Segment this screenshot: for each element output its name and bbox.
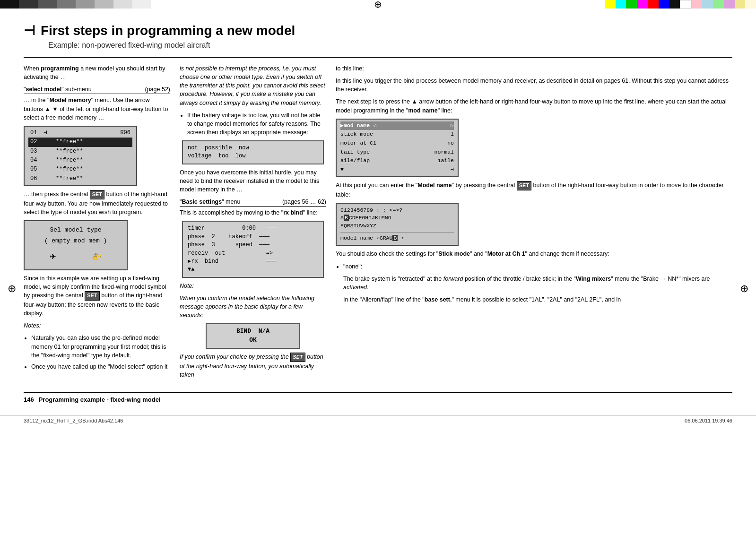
note-item-1: Naturally you can also use the pre-defin… xyxy=(31,334,170,359)
voltage-screen: not possible now voltage too low xyxy=(182,140,324,164)
cbr11 xyxy=(713,0,724,9)
cbr10 xyxy=(702,0,713,9)
crosshair-right: ⊕ xyxy=(740,283,748,295)
col1-fixed-wing-text: Since in this example we are setting up … xyxy=(24,274,170,318)
col2-continued: is not possible to interrupt the process… xyxy=(180,64,326,107)
color-bars-left xyxy=(0,0,151,9)
col2-rx-bind-text: This is accomplished by moving to the "r… xyxy=(180,208,326,217)
footer-page-num: 146 xyxy=(24,396,34,403)
sel-model-icons: ✈ 🚁 xyxy=(32,250,119,265)
mem-row-1: 01⊣R06 xyxy=(28,129,132,138)
helicopter-icon: 🚁 xyxy=(91,250,102,265)
note-item-2: Once you have called up the "Model selec… xyxy=(31,362,170,371)
char-sep xyxy=(340,232,454,233)
header-icon: ⊣ xyxy=(24,23,35,38)
set-badge-1: SET xyxy=(90,190,104,199)
col3-next-step: The next step is to press the ▲ arrow bu… xyxy=(336,97,732,114)
col3-bullet-list: "none": The brake system is "retracted" … xyxy=(336,262,732,304)
cbr8 xyxy=(680,0,692,9)
cbr5 xyxy=(648,0,659,9)
mod-name-row-3: motor at C1no xyxy=(340,139,454,148)
cb1 xyxy=(0,0,19,9)
page-subtitle: Example: non-powered fixed-wing model ai… xyxy=(24,41,732,50)
bind-screen: BIND N/A OK xyxy=(206,323,300,349)
column-3: to this line: In this line you trigger t… xyxy=(336,64,732,383)
col2-bullet-list: If the battery voltage is too low, you w… xyxy=(180,111,326,137)
cb5 xyxy=(76,0,95,9)
col2-voltage-item: If the battery voltage is too low, you w… xyxy=(187,111,326,137)
basic-settings-page: (pages 56 … 62) xyxy=(282,198,326,206)
column-1: When programming a new model you should … xyxy=(24,64,170,383)
col3-aileron-text: In the "Aileron/flap" line of the "base … xyxy=(343,295,732,304)
mod-name-row-5: aile/flap1aile xyxy=(340,156,454,165)
cb3 xyxy=(38,0,57,9)
cbr12 xyxy=(724,0,735,9)
set-badge-3: SET xyxy=(290,353,305,362)
col3-brake-text: The brake system is "retracted" at the f… xyxy=(343,275,732,292)
basic-settings-row: "Basic settings" menu (pages 56 … 62) xyxy=(180,198,326,207)
mem-row-6: 06**free** xyxy=(28,174,132,183)
cbr1 xyxy=(605,0,616,9)
char-table-screen: 0123456789 : ; <=>? ABCDEFGHIJKLMNO PQRS… xyxy=(336,203,459,246)
mod-name-row-4: tail typenormal xyxy=(340,148,454,157)
sel-model-line2: ( empty mod mem ) xyxy=(32,237,119,246)
mem-row-2: 02**free** xyxy=(28,138,132,147)
col1-press-set-text: … then press the central SET button of t… xyxy=(24,190,170,216)
char-row-2: ABCDEFGHIJKLMNO xyxy=(340,214,454,222)
col1-intro: When programming a new model you should … xyxy=(24,64,170,81)
notes-heading: Notes: xyxy=(24,322,41,329)
col2-overcome-text: Once you have overcome this initial hurd… xyxy=(180,168,326,194)
mem-row-5: 05**free** xyxy=(28,165,132,174)
model-memory-screen: 01⊣R06 02**free** 03**free** 04**free** … xyxy=(24,126,137,186)
cb6 xyxy=(95,0,113,9)
crosshair-top: ⊕ xyxy=(151,0,605,9)
cbr6 xyxy=(659,0,669,9)
page-title: First steps in programming a new model xyxy=(41,23,295,38)
page-footer: 146 Programming example - fixed-wing mod… xyxy=(24,392,732,406)
mod-name-row-1: ▶mod name ◁▷ xyxy=(340,121,454,130)
airplane-icon: ✈ xyxy=(50,250,56,265)
crosshair-left: ⊕ xyxy=(8,283,16,295)
color-bars-right xyxy=(605,0,756,9)
notes-list: Naturally you can also use the pre-defin… xyxy=(24,334,170,371)
rx-bind-screen: timer 0:00 ——— phase 2 takeoff ——— phase… xyxy=(182,221,324,277)
char-row-1: 0123456789 : ; <=>? xyxy=(340,207,454,215)
mod-name-row-2: stick mode1 xyxy=(340,130,454,139)
basic-settings-label: "Basic settings" menu xyxy=(180,198,240,206)
col3-none-item: "none": The brake system is "retracted" … xyxy=(343,262,732,304)
cbr3 xyxy=(626,0,637,9)
cb8 xyxy=(132,0,151,9)
set-badge-4: SET xyxy=(517,181,531,190)
cbr9 xyxy=(692,0,703,9)
top-color-bars: ⊕ xyxy=(0,0,756,9)
bottom-bar-left: 33112_mx12_HoTT_2_GB.indd Abs42:146 xyxy=(24,418,123,423)
char-row-model-name: model name ‹GRAUB › xyxy=(340,234,454,242)
mem-row-4: 04**free** xyxy=(28,156,132,165)
cb4 xyxy=(57,0,76,9)
col3-bind-process: In this line you trigger the bind proces… xyxy=(336,77,732,94)
cbr4 xyxy=(637,0,648,9)
column-2: is not possible to interrupt the process… xyxy=(180,64,326,383)
cb2 xyxy=(19,0,38,9)
col3-to-this-line: to this line: xyxy=(336,64,732,73)
footer-text: Programming example - fixed-wing model xyxy=(39,396,161,403)
sel-model-box: Sel model type ( empty mod mem ) ✈ 🚁 xyxy=(24,220,128,270)
set-badge-2: SET xyxy=(85,291,99,301)
bottom-bar: 33112_mx12_HoTT_2_GB.indd Abs42:146 06.0… xyxy=(0,415,756,425)
select-model-label: "select model" sub-menu xyxy=(24,85,92,94)
content-columns: When programming a new model you should … xyxy=(24,57,732,383)
sel-model-line1: Sel model type xyxy=(32,226,119,235)
page-header: ⊣ First steps in programming a new model xyxy=(24,23,732,38)
select-model-page: (page 52) xyxy=(145,85,170,94)
col1-model-memory-text: … in the "Model memory" menu. Use the ar… xyxy=(24,96,170,121)
mem-row-3: 03**free** xyxy=(28,147,132,156)
cbr13 xyxy=(735,0,746,9)
cbr7 xyxy=(669,0,680,9)
char-row-3: PQRSTUVWXYZ xyxy=(340,222,454,230)
cbr2 xyxy=(616,0,626,9)
mod-name-screen: ▶mod name ◁▷ stick mode1 motor at C1no t… xyxy=(336,119,459,177)
note-heading: Note: xyxy=(180,283,194,289)
bottom-bar-right: 06.06.2011 19:39:46 xyxy=(685,418,732,423)
cbr14 xyxy=(745,0,756,9)
col3-model-name-text: At this point you can enter the "Model n… xyxy=(336,181,732,199)
